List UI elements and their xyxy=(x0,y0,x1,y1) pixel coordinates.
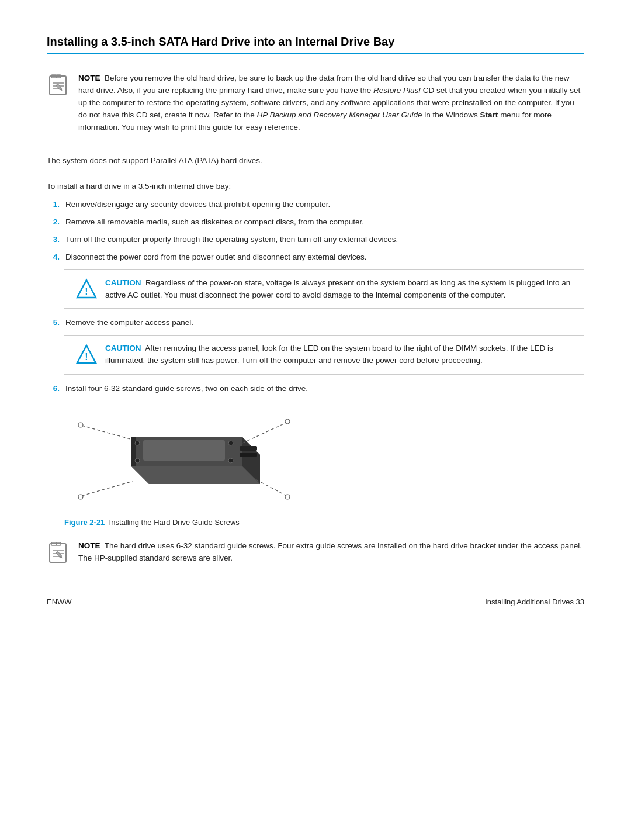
step-text-2: Remove all removable media, such as disk… xyxy=(65,216,584,228)
separator-note: The system does not support Parallel ATA… xyxy=(47,150,584,171)
caution-box-2: ! CAUTION After removing the access pane… xyxy=(64,335,584,375)
svg-line-27 xyxy=(242,423,286,443)
step-text-5: Remove the computer access panel. xyxy=(65,317,584,329)
svg-line-12 xyxy=(82,426,134,440)
svg-point-23 xyxy=(135,441,140,445)
svg-text:!: ! xyxy=(85,286,88,296)
step-text-3: Turn off the computer properly through t… xyxy=(65,234,584,246)
svg-point-26 xyxy=(228,458,233,463)
step-text-4: Disconnect the power cord from the power… xyxy=(65,251,584,263)
caution-box-1: ! CAUTION Regardless of the power-on sta… xyxy=(64,269,584,309)
svg-rect-20 xyxy=(240,446,257,451)
footer-right: Installing Additional Drives 33 xyxy=(485,597,584,606)
step-num-5: 5. xyxy=(47,317,60,329)
steps-list-5: 5. Remove the computer access panel. xyxy=(47,317,584,329)
note-text-2: NOTE The hard drive uses 6-32 standard g… xyxy=(78,540,584,565)
figure-area: Figure 2-21 Installing the Hard Drive Gu… xyxy=(64,405,584,527)
page-footer: ENWW Installing Additional Drives 33 xyxy=(47,597,584,606)
caution-text-2: CAUTION After removing the access panel,… xyxy=(105,343,584,367)
note-icon-1 xyxy=(47,74,70,97)
caution-triangle-icon-2: ! xyxy=(76,344,97,365)
footer-left: ENWW xyxy=(47,597,72,606)
step-4: 4. Disconnect the power cord from the po… xyxy=(47,251,584,263)
note-box-2: NOTE The hard drive uses 6-32 standard g… xyxy=(47,533,584,572)
steps-list: 1. Remove/disengage any security devices… xyxy=(47,199,584,264)
svg-line-14 xyxy=(82,481,133,496)
caution-triangle-icon-1: ! xyxy=(76,278,97,299)
note-content-1: Before you remove the old hard drive, be… xyxy=(78,74,580,132)
step-text-1: Remove/disengage any security devices th… xyxy=(65,199,584,210)
caution-content-2: After removing the access panel, look fo… xyxy=(105,344,553,365)
figure-label: Figure 2-21 xyxy=(64,518,105,527)
svg-point-15 xyxy=(78,495,83,499)
svg-point-28 xyxy=(285,419,290,424)
note-icon-2 xyxy=(47,541,70,565)
caution-text-1: CAUTION Regardless of the power-on state… xyxy=(105,277,584,302)
hdd-illustration xyxy=(64,405,310,516)
step-1: 1. Remove/disengage any security devices… xyxy=(47,199,584,210)
caution-label-2: CAUTION xyxy=(105,344,141,352)
page: Installing a 3.5-inch SATA Hard Drive in… xyxy=(0,0,631,627)
note-text-1: NOTE Before you remove the old hard driv… xyxy=(78,72,584,134)
note-label-1: NOTE xyxy=(78,74,100,82)
step-num-1: 1. xyxy=(47,199,60,210)
step-num-4: 4. xyxy=(47,251,60,263)
step-text-6: Install four 6-32 standard guide screws,… xyxy=(65,383,584,395)
svg-rect-22 xyxy=(143,440,225,461)
note-label-2: NOTE xyxy=(78,541,100,550)
note-box-1: NOTE Before you remove the old hard driv… xyxy=(47,65,584,141)
caution-label-1: CAUTION xyxy=(105,278,141,287)
intro-para: To install a hard drive in a 3.5-inch in… xyxy=(47,182,584,191)
step-num-6: 6. xyxy=(47,383,60,395)
svg-rect-21 xyxy=(240,453,257,457)
step-3: 3. Turn off the computer properly throug… xyxy=(47,234,584,246)
figure-caption: Figure 2-21 Installing the Hard Drive Gu… xyxy=(64,518,584,527)
figure-caption-text: Installing the Hard Drive Guide Screws xyxy=(109,518,240,527)
svg-point-13 xyxy=(78,423,83,427)
step-num-3: 3. xyxy=(47,234,60,246)
svg-text:!: ! xyxy=(85,352,88,362)
svg-marker-18 xyxy=(131,466,260,484)
svg-point-24 xyxy=(135,458,140,463)
page-title: Installing a 3.5-inch SATA Hard Drive in… xyxy=(47,35,584,54)
note-content-2: The hard drive uses 6-32 standard guide … xyxy=(78,541,582,562)
svg-point-30 xyxy=(285,495,290,499)
step-6: 6. Install four 6-32 standard guide scre… xyxy=(47,383,584,395)
step-5: 5. Remove the computer access panel. xyxy=(47,317,584,329)
svg-point-25 xyxy=(228,441,233,445)
steps-list-6: 6. Install four 6-32 standard guide scre… xyxy=(47,383,584,395)
step-num-2: 2. xyxy=(47,216,60,228)
step-2: 2. Remove all removable media, such as d… xyxy=(47,216,584,228)
caution-content-1: Regardless of the power-on state, voltag… xyxy=(105,278,570,299)
